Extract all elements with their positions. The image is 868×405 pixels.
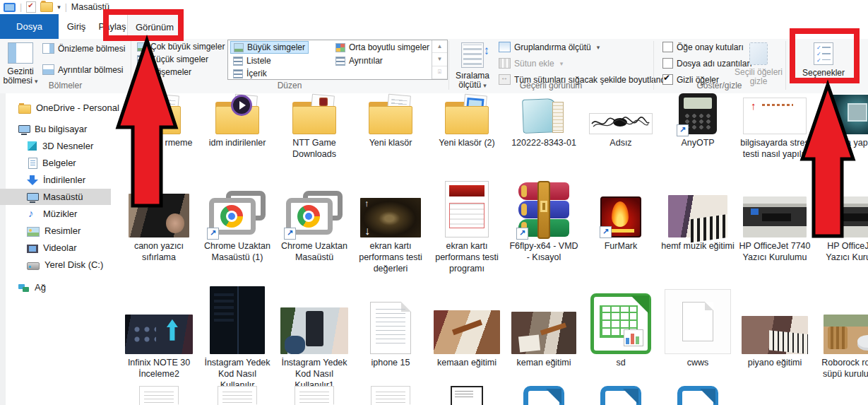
file-item[interactable]: rmeme xyxy=(122,96,196,148)
file-item[interactable]: sd xyxy=(584,276,658,368)
file-item[interactable] xyxy=(201,386,274,405)
view-list[interactable]: Listele xyxy=(230,54,274,67)
sidebar-item-desktop[interactable]: Masaüstü xyxy=(0,189,111,205)
gallery-scroll-down-icon[interactable]: ▼ xyxy=(432,53,447,66)
file-item[interactable]: iphone 15 xyxy=(354,276,427,368)
separator: | xyxy=(65,2,67,12)
file-item[interactable]: hemf muzik eğitimi xyxy=(661,174,735,252)
extra-large-icons-icon xyxy=(137,42,147,52)
gallery-scroll-up-icon[interactable]: ▲ xyxy=(432,40,447,53)
small-icons-icon xyxy=(137,55,147,64)
list-icon xyxy=(233,57,243,66)
file-item[interactable]: Yeni klasör (2) xyxy=(430,96,504,148)
file-item[interactable]: piyano eğitimi xyxy=(738,276,811,368)
file-item[interactable]: İnstagram Yedek Kod Nasıl Kullanılır1 xyxy=(278,276,351,391)
file-item[interactable]: Chrome Uzaktan Masaüstü (1) xyxy=(201,174,274,263)
file-item[interactable] xyxy=(122,386,196,405)
tab-home[interactable]: Giriş xyxy=(59,14,94,39)
details-pane-button[interactable]: Ayrıntılar bölmesi xyxy=(42,64,123,75)
file-label: HP OfficeJet 7740 Yazıcı Kurulumu xyxy=(738,240,811,263)
file-item[interactable]: Chrome Uzaktan Masaüstü xyxy=(278,174,351,263)
document-thumbnail-icon xyxy=(743,98,807,134)
sidebar-item-label: Masaüstü xyxy=(43,192,83,202)
file-item[interactable]: cwws xyxy=(661,276,735,368)
gallery-scrollbar[interactable]: ▲ ▼ ⍗ xyxy=(432,40,447,79)
file-item[interactable] xyxy=(278,386,351,405)
file-item[interactable]: kemaan eğitimi xyxy=(430,276,504,368)
sidebar-item-music[interactable]: Müzikler xyxy=(0,206,111,222)
tab-view[interactable]: Görünüm xyxy=(127,14,182,39)
file-item[interactable]: Yeni klasör xyxy=(354,96,427,148)
file-item[interactable]: Roborock robot süpü kurulumu xyxy=(815,276,868,380)
file-item[interactable]: FurMark xyxy=(584,174,658,252)
sidebar-item-this-pc[interactable]: Bu bilgisayar xyxy=(0,121,111,137)
sidebar-item-documents[interactable]: Belgeler xyxy=(0,155,111,171)
tiles-icon xyxy=(137,68,147,77)
view-label: Orta boyutlu simgeler xyxy=(349,42,429,52)
sidebar-item-onedrive[interactable]: OneDrive - Personal xyxy=(0,100,111,116)
file-item[interactable]: Infinix NOTE 30 İnceleme2 xyxy=(122,276,196,380)
window-title: Masaüstü xyxy=(71,2,109,12)
file-item[interactable]: ekran kartı performans testi programı xyxy=(430,174,504,274)
check-document-icon[interactable] xyxy=(26,1,36,13)
file-item[interactable]: 120222-8343-01 xyxy=(507,96,581,148)
view-content[interactable]: İçerik xyxy=(230,67,270,80)
file-item[interactable]: canon yazıcı sıfırlama xyxy=(122,174,196,263)
new-folder-icon[interactable] xyxy=(40,2,53,12)
sidebar-item-local-disk[interactable]: Yerel Disk (C:) xyxy=(0,257,111,273)
file-item[interactable] xyxy=(430,386,504,405)
file-item[interactable] xyxy=(584,386,658,405)
folder-image-icon xyxy=(445,100,489,134)
checkbox-icon[interactable] xyxy=(662,42,673,52)
view-tiles[interactable]: Döşemeler xyxy=(134,66,194,78)
desktop-icon xyxy=(27,192,38,203)
file-item[interactable]: arda yapı xyxy=(815,96,868,148)
file-item[interactable]: Adsız xyxy=(584,96,658,148)
medium-icons-icon xyxy=(335,43,345,52)
file-label: Infinix NOTE 30 İnceleme2 xyxy=(122,357,196,380)
view-small-icons[interactable]: Küçük simgeler xyxy=(134,53,211,66)
text-document-icon xyxy=(370,302,411,354)
circuit-photo-icon xyxy=(824,95,868,134)
group-by-icon xyxy=(499,42,511,52)
view-details[interactable]: Ayrıntılar xyxy=(333,54,386,67)
file-item[interactable] xyxy=(354,386,427,405)
file-item[interactable]: AnyOTP xyxy=(661,96,735,148)
sidebar-item-videos[interactable]: Videolar xyxy=(0,240,111,256)
file-item[interactable]: HP OfficeJet Yazıcı Kurulu xyxy=(815,174,868,263)
sidebar-item-network[interactable]: Ağ xyxy=(0,279,111,295)
checkbox-icon[interactable] xyxy=(662,58,673,69)
file-item[interactable]: F6flpy-x64 - VMD - Kısayol xyxy=(507,174,581,263)
file-item[interactable]: NTT Game Downloads xyxy=(278,96,351,160)
sidebar-item-label: OneDrive - Personal xyxy=(36,102,119,113)
tab-share[interactable]: Paylaş xyxy=(94,14,131,39)
network-icon xyxy=(18,282,30,293)
gallery-more-icon[interactable]: ⍗ xyxy=(432,66,447,79)
customize-quick-access-dropdown-icon[interactable]: ▾ xyxy=(57,4,61,11)
shortcut-arrow-icon xyxy=(284,228,296,240)
sidebar-item-3d-objects[interactable]: 3D Nesneler xyxy=(0,138,111,154)
group-by-button[interactable]: Gruplandırma ölçütü xyxy=(499,42,600,52)
file-item[interactable]: ekran kartı performans testi değerleri xyxy=(354,174,427,274)
file-item[interactable]: idm indirilenler xyxy=(201,96,274,148)
sidebar-item-downloads[interactable]: İndirilenler xyxy=(0,172,111,188)
view-gallery: Büyük simgeler Listele İçerik Orta boyut… xyxy=(227,40,448,80)
shortcut-arrow-icon xyxy=(677,124,689,136)
folder-document-icon xyxy=(369,100,412,134)
sidebar-item-pictures[interactable]: Resimler xyxy=(0,223,111,239)
file-item[interactable]: HP OfficeJet 7740 Yazıcı Kurulumu xyxy=(738,174,811,263)
large-icons-icon xyxy=(234,43,244,52)
view-large-icons-selected[interactable]: Büyük simgeler xyxy=(230,41,309,54)
view-extra-large-icons[interactable]: Çok büyük simgeler xyxy=(134,40,227,53)
file-item[interactable] xyxy=(661,386,735,405)
view-medium-icons[interactable]: Orta boyutlu simgeler xyxy=(333,41,432,54)
file-item[interactable]: keman eğitimi xyxy=(507,276,581,368)
add-columns-button[interactable]: Sütun ekle xyxy=(499,58,563,69)
file-item[interactable] xyxy=(507,386,581,405)
view-label: İçerik xyxy=(246,69,267,78)
file-item[interactable]: İnstagram Yedek Kod Nasıl Kullanılır xyxy=(201,276,274,391)
preview-pane-button[interactable]: Önizleme bölmesi xyxy=(42,43,125,54)
options-button[interactable]: Seçenekler ▾ xyxy=(791,40,856,90)
tab-file[interactable]: Dosya xyxy=(0,14,59,39)
file-item[interactable]: bilgisayarda stres testi nasıl yapılır xyxy=(738,96,811,160)
